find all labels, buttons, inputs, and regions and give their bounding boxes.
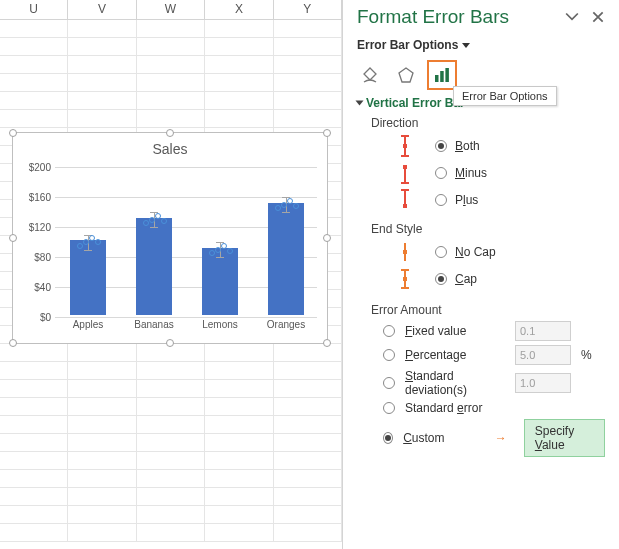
chart-object[interactable]: Sales $0$40$80$120$160$200ApplesBananasL… [12,132,328,344]
amount-option-percentage[interactable]: Percentage% [383,345,605,365]
chart-data-point[interactable] [149,217,155,223]
chart-handle[interactable] [323,129,331,137]
direction-option-both[interactable]: Both [383,134,605,158]
chart-handle[interactable] [166,339,174,347]
chevron-down-icon [462,43,470,48]
y-axis-tick-label: $0 [40,312,51,323]
radio-button[interactable] [383,349,395,361]
svg-rect-3 [445,68,449,82]
chart-bar[interactable] [70,240,106,315]
chart-handle[interactable] [166,129,174,137]
chart-handle[interactable] [9,129,17,137]
x-axis-tick-label: Apples [58,319,118,330]
option-label: Both [455,139,480,153]
error-bar-options-icon[interactable] [429,62,455,88]
close-icon[interactable] [591,10,605,24]
chart-data-point[interactable] [161,218,167,224]
svg-rect-15 [403,250,407,254]
radio-button[interactable] [383,377,395,389]
option-label: Custom [403,431,485,445]
amount-option-standard-deviation-s-[interactable]: Standard deviation(s) [383,369,605,397]
chart-plot-area[interactable]: $0$40$80$120$160$200ApplesBananasLemonsO… [55,167,317,315]
specify-value-button[interactable]: Specify Value [524,419,605,457]
option-label: Standard error [405,401,505,415]
x-axis-tick-label: Lemons [190,319,250,330]
worksheet-area[interactable]: U V W X Y Sales $0$40$80$120$160$200Appl… [0,0,343,549]
chart-handle[interactable] [323,339,331,347]
y-axis-tick-label: $80 [34,252,51,263]
amount-option-fixed-value[interactable]: Fixed value [383,321,605,341]
percent-suffix: % [581,348,592,362]
chart-data-point[interactable] [155,213,161,219]
option-label: Cap [455,272,477,286]
fill-and-line-icon[interactable] [357,62,383,88]
chart-data-point[interactable] [227,248,233,254]
endstyle-label: End Style [371,222,605,236]
chart-handle[interactable] [9,339,17,347]
task-pane-options-icon[interactable] [565,10,579,24]
radio-button[interactable] [435,273,447,285]
svg-marker-0 [399,68,413,82]
chart-data-point[interactable] [221,243,227,249]
radio-button[interactable] [435,167,447,179]
chart-data-point[interactable] [77,243,83,249]
option-label: Minus [455,166,487,180]
direction-option-minus[interactable]: Minus [383,161,605,185]
pane-title: Format Error Bars [357,6,509,28]
amount-input[interactable] [515,345,571,365]
y-axis-tick-label: $160 [29,192,51,203]
amount-input[interactable] [515,321,571,341]
endstyle-glyph-icon [383,267,427,291]
col-header-u[interactable]: U [0,0,68,19]
col-header-y[interactable]: Y [274,0,342,19]
chart-data-point[interactable] [281,202,287,208]
option-label: Standard deviation(s) [405,369,505,397]
radio-button[interactable] [383,432,393,444]
svg-rect-1 [435,75,439,82]
collapse-icon [356,101,364,106]
amount-option-standard-error[interactable]: Standard error [383,401,605,415]
col-header-w[interactable]: W [137,0,205,19]
chart-bar[interactable] [268,203,304,316]
radio-button[interactable] [383,325,395,337]
section-head-label: Vertical Error Bar [366,96,465,110]
chart-data-point[interactable] [287,198,293,204]
chart-data-point[interactable] [293,203,299,209]
radio-button[interactable] [435,140,447,152]
y-axis-tick-label: $120 [29,222,51,233]
x-axis-tick-label: Bananas [124,319,184,330]
error-bar-options-dropdown[interactable]: Error Bar Options [357,38,470,52]
option-label: Fixed value [405,324,505,338]
direction-glyph-icon [383,134,427,158]
radio-button[interactable] [435,194,447,206]
chart-bar[interactable] [136,218,172,316]
endstyle-option-cap[interactable]: Cap [383,267,605,291]
direction-option-plus[interactable]: Plus [383,188,605,212]
format-error-bars-pane: Format Error Bars Error Bar Options Erro… [343,0,619,549]
chart-handle[interactable] [323,234,331,242]
chart-data-point[interactable] [215,247,221,253]
svg-rect-7 [403,144,407,148]
svg-rect-10 [403,165,407,169]
option-label: Plus [455,193,478,207]
endstyle-glyph-icon [383,240,427,264]
radio-button[interactable] [435,246,447,258]
chart-handle[interactable] [9,234,17,242]
amount-option-custom[interactable]: Custom→Specify Value [383,419,605,457]
effects-icon[interactable] [393,62,419,88]
pane-category-icons: Error Bar Options [357,62,605,88]
direction-label: Direction [371,116,605,130]
y-axis-tick-label: $200 [29,162,51,173]
column-headers: U V W X Y [0,0,342,20]
col-header-x[interactable]: X [205,0,273,19]
chart-title[interactable]: Sales [13,141,327,157]
chart-data-point[interactable] [83,239,89,245]
dropdown-label: Error Bar Options [357,38,458,52]
amount-input[interactable] [515,373,571,393]
radio-button[interactable] [383,402,395,414]
endstyle-option-no-cap[interactable]: No Cap [383,240,605,264]
svg-rect-2 [440,71,444,82]
col-header-v[interactable]: V [68,0,136,19]
chart-data-point[interactable] [95,239,101,245]
direction-glyph-icon [383,161,427,185]
